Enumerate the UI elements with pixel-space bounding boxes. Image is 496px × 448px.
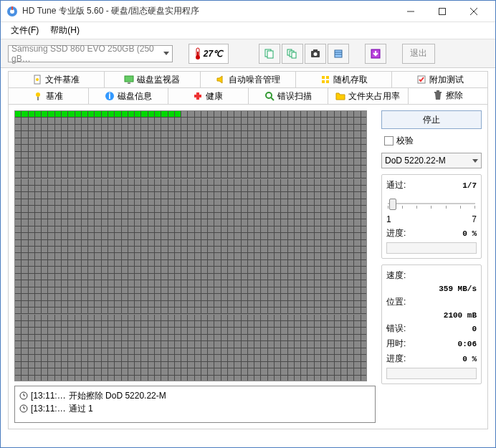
grid-cell	[281, 376, 287, 381]
grid-cell	[234, 348, 241, 355]
settings-button[interactable]	[328, 44, 349, 64]
grid-cell	[148, 253, 155, 259]
grid-cell	[181, 213, 188, 219]
menu-help[interactable]: 帮助(H)	[44, 23, 85, 38]
grid-cell	[168, 199, 175, 206]
tab-file-benchmark[interactable]: 文件基准	[9, 72, 105, 87]
pass-slider[interactable]	[386, 197, 477, 211]
grid-cell	[108, 341, 115, 348]
grid-cell	[82, 253, 88, 259]
grid-cell	[82, 274, 88, 280]
grid-cell	[275, 247, 281, 253]
grid-cell	[168, 287, 175, 294]
grid-cell	[168, 274, 175, 280]
grid-cell	[102, 267, 108, 273]
grid-cell	[335, 179, 341, 186]
grid-cell	[168, 166, 175, 172]
grid-cell	[188, 274, 194, 280]
grid-cell	[335, 368, 341, 375]
stop-button[interactable]: 停止	[381, 110, 482, 129]
copy-all-button[interactable]	[282, 44, 303, 64]
grid-cell	[181, 267, 188, 273]
grid-cell	[248, 308, 254, 314]
grid-cell	[195, 328, 201, 334]
grid-cell	[181, 321, 188, 328]
grid-cell	[234, 206, 241, 212]
grid-cell	[68, 145, 75, 151]
grid-cell	[88, 240, 95, 247]
grid-cell	[335, 145, 341, 151]
grid-cell	[234, 240, 241, 247]
tab-erase[interactable]: 擦除	[409, 88, 488, 104]
grid-cell	[234, 111, 241, 118]
grid-cell	[35, 152, 42, 158]
grid-cell	[102, 219, 108, 226]
grid-cell	[22, 145, 28, 151]
drive-select[interactable]: Samsung SSD 860 EVO 250GB (250 gB…	[8, 45, 173, 62]
grid-cell	[108, 186, 115, 192]
tab-error-scan[interactable]: 错误扫描	[249, 88, 329, 104]
tab-health[interactable]: 健康	[168, 88, 249, 104]
grid-cell	[361, 192, 367, 199]
tab-random-access[interactable]: 随机存取	[296, 72, 392, 87]
grid-cell	[95, 152, 101, 158]
grid-cell	[82, 294, 88, 300]
grid-cell	[295, 131, 301, 138]
grid-cell	[68, 199, 75, 206]
grid-cell	[115, 131, 121, 138]
screenshot-button[interactable]	[305, 44, 326, 64]
grid-cell	[175, 368, 181, 375]
grid-cell	[88, 335, 95, 341]
maximize-button[interactable]	[426, 1, 458, 22]
grid-cell	[261, 328, 267, 334]
grid-cell	[341, 328, 348, 334]
grid-cell	[328, 145, 334, 151]
verify-checkbox[interactable]	[384, 136, 394, 146]
menu-file[interactable]: 文件(F)	[5, 23, 44, 38]
tab-extra-tests[interactable]: 附加测试	[392, 72, 487, 87]
grid-cell	[321, 260, 328, 267]
grid-cell	[361, 301, 367, 308]
grid-cell	[214, 301, 221, 308]
grid-cell	[48, 206, 54, 212]
grid-cell	[242, 219, 248, 226]
tab-folder-usage[interactable]: 文件夹占用率	[328, 88, 409, 104]
grid-cell	[82, 179, 88, 186]
grid-cell	[128, 118, 135, 124]
grid-cell	[301, 179, 307, 186]
close-button[interactable]	[458, 1, 490, 22]
grid-cell	[95, 240, 101, 247]
grid-cell	[148, 267, 155, 273]
tab-disk-monitor[interactable]: 磁盘监视器	[105, 72, 201, 87]
grid-cell	[48, 158, 54, 165]
grid-cell	[315, 213, 321, 219]
grid-cell	[361, 348, 367, 355]
tab-info[interactable]: i磁盘信息	[89, 88, 169, 104]
grid-cell	[82, 219, 88, 226]
tab-benchmark[interactable]: 基准	[9, 88, 89, 104]
grid-cell	[295, 138, 301, 145]
grid-cell	[248, 125, 254, 131]
tab-aam[interactable]: 自动噪音管理	[201, 72, 297, 87]
method-select[interactable]: DoD 5220.22-M	[381, 153, 482, 168]
grid-cell	[275, 308, 281, 314]
save-button[interactable]	[365, 44, 386, 64]
grid-cell	[161, 287, 168, 294]
grid-cell	[214, 280, 221, 287]
grid-cell	[208, 368, 214, 375]
grid-cell	[88, 166, 95, 172]
copy-button[interactable]	[259, 44, 280, 64]
minimize-button[interactable]	[395, 1, 426, 22]
grid-cell	[68, 227, 75, 233]
grid-cell	[95, 118, 101, 124]
grid-cell	[361, 321, 367, 328]
exit-button[interactable]: 退出	[402, 44, 435, 64]
grid-cell	[295, 233, 301, 239]
grid-cell	[275, 260, 281, 267]
grid-cell	[122, 315, 128, 321]
grid-cell	[254, 328, 261, 334]
grid-cell	[348, 179, 354, 186]
grid-cell	[15, 335, 22, 341]
grid-cell	[228, 247, 234, 253]
grid-cell	[281, 131, 287, 138]
